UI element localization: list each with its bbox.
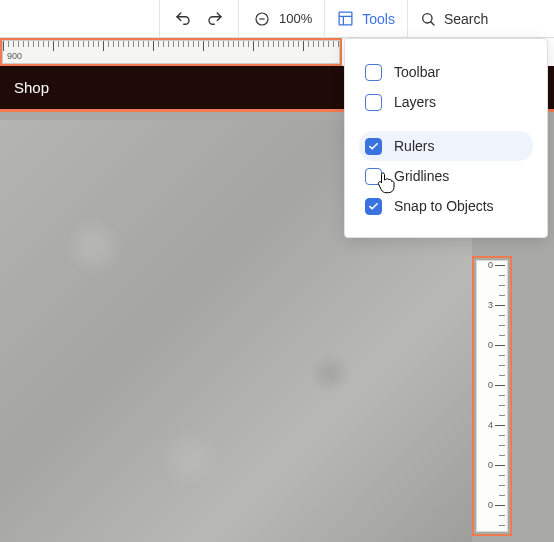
checkbox[interactable] [365, 64, 382, 81]
undo-button[interactable] [172, 8, 194, 30]
ruler-v-label: 0 [488, 380, 493, 390]
menu-item-label: Rulers [394, 138, 434, 154]
horizontal-ruler[interactable]: 900 [2, 40, 340, 64]
tools-dropdown: ToolbarLayersRulersGridlinesSnap to Obje… [344, 38, 548, 238]
tools-button[interactable]: Tools [325, 0, 408, 37]
history-group [160, 0, 239, 37]
search-icon [420, 11, 436, 27]
zoom-level[interactable]: 100% [279, 11, 312, 26]
ruler-h-label: 900 [7, 51, 22, 61]
ruler-v-label: 4 [488, 420, 493, 430]
menu-item-snap-to-objects[interactable]: Snap to Objects [359, 191, 533, 221]
tools-label: Tools [362, 11, 395, 27]
checkbox[interactable] [365, 94, 382, 111]
menu-item-toolbar[interactable]: Toolbar [359, 57, 533, 87]
menu-item-label: Toolbar [394, 64, 440, 80]
svg-line-6 [431, 21, 434, 24]
layout-icon [337, 10, 354, 27]
shop-label: Shop [14, 79, 49, 96]
undo-icon [174, 10, 192, 28]
checkbox[interactable] [365, 138, 382, 155]
redo-button[interactable] [204, 8, 226, 30]
zoom-group: 100% [239, 0, 325, 37]
ruler-v-label: 0 [488, 260, 493, 270]
ruler-v-label: 0 [488, 340, 493, 350]
menu-item-label: Gridlines [394, 168, 449, 184]
redo-icon [206, 10, 224, 28]
menu-item-gridlines[interactable]: Gridlines [359, 161, 533, 191]
menu-item-label: Layers [394, 94, 436, 110]
search-label: Search [444, 11, 488, 27]
zoom-out-button[interactable] [251, 8, 273, 30]
checkbox[interactable] [365, 198, 382, 215]
svg-rect-2 [339, 12, 352, 25]
minus-circle-icon [254, 11, 270, 27]
checkbox[interactable] [365, 168, 382, 185]
ruler-v-label: 0 [488, 500, 493, 510]
ruler-v-label: 3 [488, 300, 493, 310]
menu-item-label: Snap to Objects [394, 198, 494, 214]
search-button[interactable]: Search [408, 0, 500, 37]
top-toolbar: 100% Tools Search [0, 0, 554, 38]
menu-item-layers[interactable]: Layers [359, 87, 533, 117]
vertical-ruler[interactable]: 0300400 [476, 260, 508, 532]
toolbar-left-spacer [0, 0, 160, 37]
ruler-v-label: 0 [488, 460, 493, 470]
menu-item-rulers[interactable]: Rulers [359, 131, 533, 161]
